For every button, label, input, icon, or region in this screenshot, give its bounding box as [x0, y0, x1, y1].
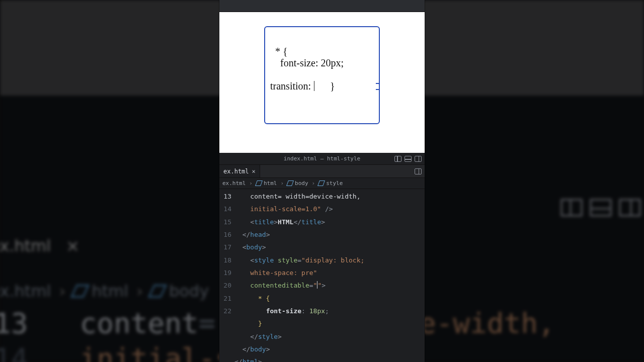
tab-index-html[interactable]: ex.html × [219, 165, 260, 177]
page-line-2: font-size: 20px; [270, 57, 344, 68]
editor-tabbar: ex.html × [219, 165, 425, 178]
editable-style-box[interactable]: * { font-size: 20px; transition: } [264, 26, 380, 124]
focus-notch-icon [376, 83, 380, 90]
line-gutter: 13141516171819202122 [219, 190, 234, 362]
editor-titlebar: index.html — html-style [219, 153, 425, 165]
crumb-0[interactable]: ex.html [222, 180, 246, 187]
tab-label: ex.html [223, 168, 249, 175]
layout-left-icon[interactable] [394, 156, 401, 162]
cube-icon [317, 180, 325, 186]
bg-gutter: 1314 [0, 306, 24, 362]
editor-title: index.html — html-style [284, 155, 360, 162]
crumb-3[interactable]: style [326, 180, 343, 187]
phone-crop: * { font-size: 20px; transition: } index… [219, 0, 425, 362]
code-area[interactable]: content= width=device-width, initial-sca… [234, 190, 425, 362]
bg-crumb-1: html [92, 282, 128, 301]
page-line-1: * { [270, 46, 288, 57]
close-icon[interactable]: × [252, 168, 256, 175]
layout-bottom-icon [590, 199, 612, 217]
code-editor: index.html — html-style ex.html × ex.htm… [219, 153, 425, 362]
layout-left-icon [560, 199, 583, 217]
bg-crumb-2: body [169, 282, 209, 301]
editor-body[interactable]: 13141516171819202122 content= width=devi… [219, 189, 425, 362]
bg-crumb-0: dex.html [0, 282, 51, 301]
layout-bottom-icon[interactable] [405, 156, 412, 162]
cube-icon [70, 285, 90, 298]
crumb-1[interactable]: html [264, 180, 277, 187]
text-cursor-icon [314, 81, 314, 91]
browser-chrome [219, 0, 425, 12]
layout-right-icon [619, 199, 641, 217]
page-line-4-post: } [315, 80, 335, 92]
close-icon: × [66, 236, 79, 255]
bg-tab-name: ex.html [0, 236, 51, 255]
cube-icon [286, 180, 294, 186]
cube-icon [148, 285, 167, 298]
rendered-page: * { font-size: 20px; transition: } [219, 12, 425, 153]
page-line-4-pre: transition: [270, 80, 313, 92]
cube-icon [255, 180, 263, 186]
breadcrumb: ex.html html body style [219, 178, 425, 189]
crumb-2[interactable]: body [295, 180, 308, 187]
split-right-icon[interactable] [415, 168, 422, 174]
layout-right-icon[interactable] [415, 156, 422, 162]
